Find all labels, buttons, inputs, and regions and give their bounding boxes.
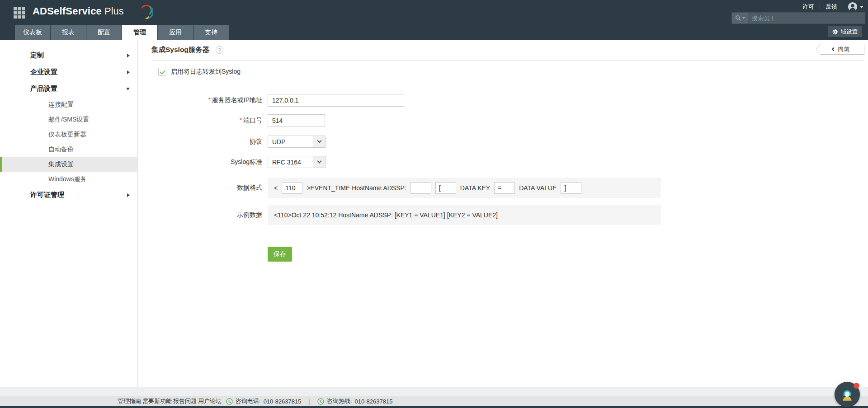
select-dropdown-button[interactable] bbox=[313, 136, 325, 147]
server-input[interactable] bbox=[268, 94, 404, 107]
enable-syslog-label: 启用将日志转发到Syslog bbox=[171, 68, 241, 76]
port-input[interactable] bbox=[268, 114, 325, 127]
brand-name: ADSelfService bbox=[33, 5, 102, 17]
close-bracket-input[interactable] bbox=[561, 182, 581, 194]
user-avatar-icon bbox=[848, 2, 858, 12]
sidebar-item-mail-sms-settings[interactable]: 邮件/SMS设置 bbox=[0, 112, 137, 127]
adselfservice-plus-admin-page: ADSelfServicePlus 许可 反馈 bbox=[0, 0, 868, 408]
support-agent-icon bbox=[840, 387, 855, 402]
feedback-link[interactable]: 反馈 bbox=[820, 3, 843, 11]
facility-input[interactable] bbox=[282, 182, 302, 194]
chevron-down-icon bbox=[860, 6, 863, 8]
report-issue-link[interactable]: 报告问题 bbox=[173, 397, 197, 405]
notification-badge bbox=[854, 383, 859, 389]
sidebar-item-enterprise-settings[interactable]: 企业设置 bbox=[0, 64, 137, 80]
tab-configuration[interactable]: 配置 bbox=[86, 25, 122, 40]
data-key-label: DATA KEY bbox=[460, 184, 490, 192]
data-format-panel: < >EVENT_TIME HostName ADSSP: DATA KEY D… bbox=[268, 178, 661, 198]
bottom-bar bbox=[0, 406, 868, 408]
apps-grid-icon[interactable] bbox=[14, 7, 25, 19]
protocol-select[interactable]: UDP bbox=[268, 136, 326, 148]
chevron-right-icon bbox=[127, 54, 130, 57]
enable-syslog-checkbox[interactable] bbox=[158, 68, 166, 76]
logo-swoosh-icon bbox=[137, 2, 153, 20]
save-button[interactable]: 保存 bbox=[268, 247, 292, 262]
consult-phone-number: 010-82637815 bbox=[264, 398, 302, 405]
sample-data-value: <110>Oct 22 10:52:12 HostName ADSSP: [KE… bbox=[274, 211, 498, 219]
page-title: 集成Syslog服务器 bbox=[151, 45, 209, 55]
main-nav-tabs: 仪表板 报表 配置 管理 应用 支持 bbox=[15, 25, 229, 40]
app-logo: ADSelfServicePlus bbox=[33, 5, 124, 17]
domain-settings-button[interactable]: 域设置 bbox=[828, 26, 863, 37]
admin-sidebar: 定制 企业设置 产品设置 连接配置 邮件/SMS设置 仪表板更新器 自动备份 集… bbox=[0, 40, 137, 387]
user-forum-link[interactable]: 用户论坛 bbox=[198, 397, 222, 405]
required-asterisk: * bbox=[208, 96, 211, 103]
key-value-separator-input[interactable] bbox=[494, 182, 515, 194]
sample-data-label: 示例数据 bbox=[138, 211, 262, 219]
header-top-links: 许可 反馈 bbox=[797, 2, 863, 11]
tab-support[interactable]: 支持 bbox=[193, 25, 229, 40]
required-asterisk: * bbox=[240, 117, 242, 123]
app-header: ADSelfServicePlus 许可 反馈 bbox=[0, 0, 868, 40]
phone-icon bbox=[226, 398, 233, 405]
sidebar-item-auto-backup[interactable]: 自动备份 bbox=[0, 142, 137, 157]
protocol-selected-value: UDP bbox=[268, 136, 313, 147]
tab-reports[interactable]: 报表 bbox=[51, 25, 86, 40]
chevron-down-icon bbox=[742, 17, 745, 19]
chevron-down-icon bbox=[317, 159, 321, 164]
search-input[interactable] bbox=[748, 13, 865, 23]
phone-icon bbox=[317, 398, 324, 405]
sidebar-item-dashboard-updater[interactable]: 仪表板更新器 bbox=[0, 127, 137, 142]
hotline-number: 010-82637815 bbox=[355, 398, 393, 405]
port-label: *端口号 bbox=[138, 117, 262, 125]
employee-search-box[interactable] bbox=[731, 12, 865, 24]
search-icon[interactable] bbox=[732, 13, 748, 23]
request-feature-link[interactable]: 需要新功能 bbox=[142, 397, 172, 405]
help-icon[interactable]: ? bbox=[216, 46, 223, 54]
syslog-standard-select[interactable]: RFC 3164 bbox=[268, 156, 326, 168]
divider bbox=[843, 4, 843, 10]
main-content: 集成Syslog服务器 ? 向前 启用将日志转发到Syslog *服务器名或IP… bbox=[138, 40, 868, 387]
format-template-text: >EVENT_TIME HostName ADSSP: bbox=[307, 184, 406, 192]
open-bracket-input[interactable] bbox=[435, 182, 456, 194]
sidebar-item-integration-settings[interactable]: 集成设置 bbox=[0, 157, 137, 172]
sidebar-item-product-settings[interactable]: 产品设置 bbox=[0, 80, 137, 97]
chevron-right-icon bbox=[127, 193, 130, 197]
protocol-label: 协议 bbox=[138, 138, 262, 146]
consult-phone: 咨询电话: 010-82637815 bbox=[226, 397, 301, 405]
chevron-down-icon bbox=[317, 139, 321, 143]
chevron-right-icon bbox=[127, 70, 130, 74]
syslog-standard-selected-value: RFC 3164 bbox=[268, 156, 313, 168]
format-prefix: < bbox=[274, 184, 278, 192]
syslog-standard-label: Syslog标准 bbox=[138, 158, 262, 166]
footer-links: 管理指南 需要新功能 报告问题 用户论坛 bbox=[118, 397, 222, 405]
license-link[interactable]: 许可 bbox=[797, 3, 820, 11]
user-menu[interactable] bbox=[848, 2, 863, 12]
sidebar-item-customize[interactable]: 定制 bbox=[0, 47, 137, 64]
app-footer: 管理指南 需要新功能 报告问题 用户论坛 咨询电话: 010-82637815 … bbox=[0, 396, 868, 406]
tab-dashboard[interactable]: 仪表板 bbox=[15, 25, 50, 40]
hotline-phone: 咨询热线: 010-82637815 bbox=[317, 397, 392, 405]
data-value-label: DATA VALUE bbox=[519, 184, 557, 192]
sidebar-item-windows-service[interactable]: Windows服务 bbox=[0, 172, 137, 187]
message-separator-input[interactable] bbox=[410, 182, 431, 194]
data-format-label: 数据格式 bbox=[138, 184, 262, 192]
sample-data-panel: <110>Oct 22 10:52:12 HostName ADSSP: [KE… bbox=[268, 205, 661, 225]
chevron-left-icon bbox=[831, 47, 835, 51]
sidebar-item-connection-config[interactable]: 连接配置 bbox=[0, 97, 137, 112]
consult-phone-label: 咨询电话: bbox=[236, 397, 261, 405]
server-label: *服务器名或IP地址 bbox=[138, 96, 262, 104]
tab-admin[interactable]: 管理 bbox=[122, 25, 157, 40]
divider bbox=[151, 60, 864, 61]
admin-guide-link[interactable]: 管理指南 bbox=[118, 397, 141, 405]
hotline-label: 咨询热线: bbox=[327, 397, 352, 405]
gear-icon bbox=[832, 29, 838, 35]
divider: | bbox=[308, 398, 310, 405]
back-button-label: 向前 bbox=[838, 45, 850, 53]
tab-application[interactable]: 应用 bbox=[158, 25, 193, 40]
select-dropdown-button[interactable] bbox=[313, 156, 325, 168]
sidebar-item-license-management[interactable]: 许可证管理 bbox=[0, 187, 137, 203]
back-button[interactable]: 向前 bbox=[816, 44, 864, 55]
brand-suffix: Plus bbox=[104, 5, 124, 17]
domain-settings-label: 域设置 bbox=[841, 28, 858, 36]
